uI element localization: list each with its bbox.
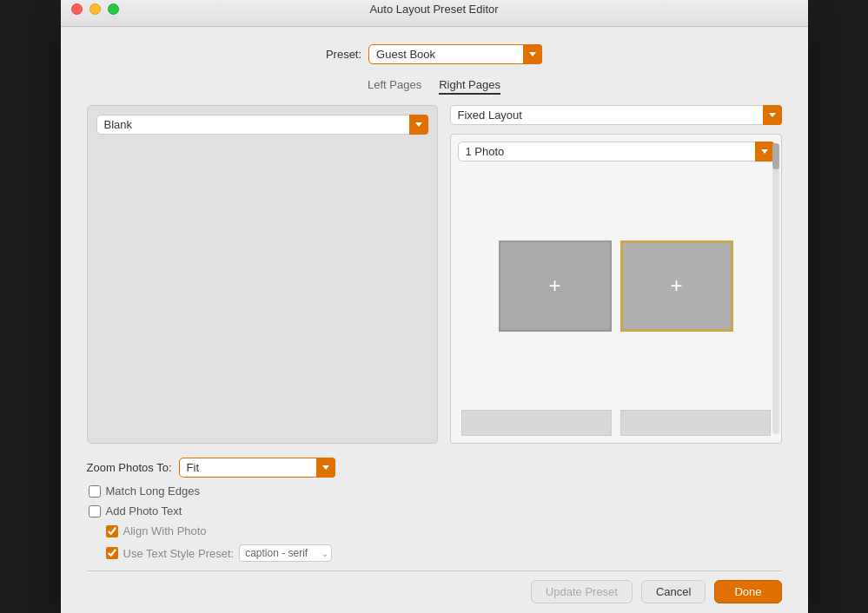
layout-select[interactable]: Fixed Layout Random Layout Single Photo [450,105,782,125]
photo-count-select[interactable]: 1 Photo 2 Photos 3 Photos 4 Photos [458,142,774,161]
scrollbar[interactable] [772,143,779,434]
match-long-edges-row: Match Long Edges [87,484,782,498]
zoom-select-wrapper: Fit Fill Stretch [179,458,335,478]
right-panel: Fixed Layout Random Layout Single Photo … [450,105,782,444]
text-style-select-wrapper: caption - serif caption - sans body - se… [239,544,332,562]
photo-thumb-row [451,410,781,443]
match-long-edges-checkbox[interactable] [89,485,101,498]
close-button[interactable] [71,3,83,15]
text-style-select[interactable]: caption - serif caption - sans body - se… [239,544,332,562]
preset-select-wrapper: Guest Book Default Wedding Travel [368,44,542,64]
align-with-photo-label: Align With Photo [123,524,207,537]
window-content: Preset: Guest Book Default Wedding Trave… [61,27,808,613]
text-style-row: Use Text Style Preset: caption - serif c… [87,544,782,562]
left-photo-placeholder: + [499,241,612,332]
preset-select[interactable]: Guest Book Default Wedding Travel [368,44,542,64]
zoom-select[interactable]: Fit Fill Stretch [179,458,335,478]
match-long-edges-label: Match Long Edges [106,484,200,498]
left-panel-select-wrapper: Blank Custom [96,115,428,135]
zoom-row: Zoom Photos To: Fit Fill Stretch [87,458,782,478]
traffic-lights [71,3,119,15]
use-text-style-label: Use Text Style Preset: [123,547,235,560]
tab-right-pages[interactable]: Right Pages [439,76,500,95]
left-panel: Blank Custom [87,105,438,444]
photo-thumb-left [461,410,612,436]
layout-select-wrapper: Fixed Layout Random Layout Single Photo [450,105,782,125]
left-panel-select[interactable]: Blank Custom [96,115,428,135]
photo-thumb-right [620,410,771,436]
minimize-button[interactable] [89,3,101,15]
add-photo-text-row: Add Photo Text [87,504,782,517]
update-preset-button[interactable]: Update Preset [531,580,633,603]
zoom-label: Zoom Photos To: [87,461,172,474]
cancel-button[interactable]: Cancel [641,580,706,603]
panels-row: Blank Custom Fixed Layout Random Layout … [87,105,782,444]
tabs-row: Left Pages Right Pages [87,76,782,95]
add-photo-text-label: Add Photo Text [106,504,182,517]
align-with-photo-checkbox[interactable] [106,525,118,537]
preset-label: Preset: [326,48,361,61]
done-button[interactable]: Done [714,580,781,603]
use-text-style-checkbox[interactable] [106,547,118,559]
right-photo-placeholder: + [620,241,733,332]
options-section: Zoom Photos To: Fit Fill Stretch Match L… [87,458,782,562]
align-with-photo-row: Align With Photo [87,524,782,537]
add-photo-text-checkbox[interactable] [89,505,101,517]
photo-grid-area: 1 Photo 2 Photos 3 Photos 4 Photos + + [450,134,782,444]
title-bar: Auto Layout Preset Editor [61,0,808,27]
maximize-button[interactable] [108,3,119,15]
photo-grid-inner: + + [451,161,781,410]
scrollbar-thumb [772,143,779,169]
dialog-window: Auto Layout Preset Editor Preset: Guest … [61,0,808,613]
preset-row: Preset: Guest Book Default Wedding Trave… [87,44,782,64]
tab-left-pages[interactable]: Left Pages [368,76,421,95]
bottom-row: Update Preset Cancel Done [87,570,782,603]
photo-count-select-wrapper: 1 Photo 2 Photos 3 Photos 4 Photos [458,142,774,161]
window-title: Auto Layout Preset Editor [369,3,498,16]
